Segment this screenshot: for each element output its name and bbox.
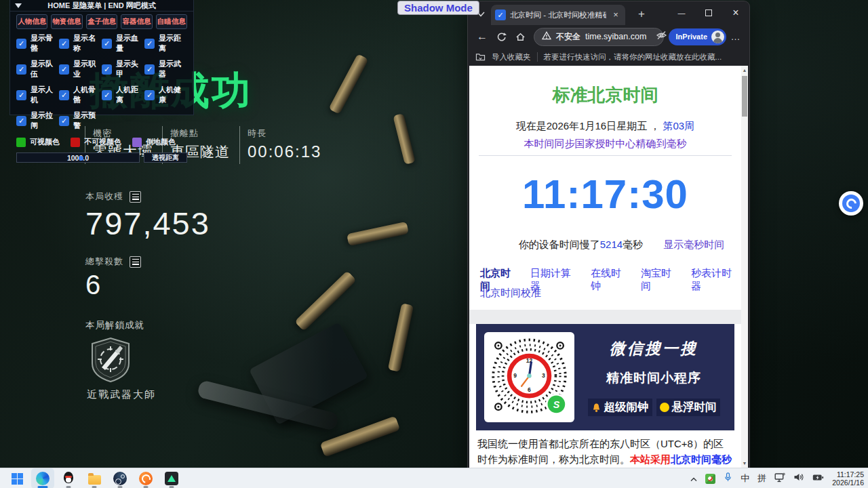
page-title: 标准北京时间	[469, 83, 741, 104]
taskbar-steam-button[interactable]	[108, 468, 132, 488]
banner-subline: 精准时间小程序	[606, 369, 701, 387]
bell-icon	[591, 403, 601, 413]
float-badge-label: 悬浮时间	[672, 400, 717, 415]
menu-checkbox[interactable]: 显示职业	[59, 59, 102, 79]
menu-checkbox[interactable]: 显示拉闸	[16, 110, 59, 131]
checkbox-checked-icon	[16, 90, 26, 100]
reload-button[interactable]	[492, 28, 510, 45]
url-bar[interactable]: 不安全 time.syiban.com	[534, 28, 664, 46]
web-page-content: 标准北京时间 现在是2026年1月16日星期五 ， 第03周 本时间同步国家授时…	[469, 66, 741, 468]
nav-online-clock[interactable]: 在线时钟	[591, 267, 631, 281]
menu-checkbox[interactable]: 显示人机	[16, 85, 59, 105]
maximize-button[interactable]	[695, 1, 722, 24]
url-host[interactable]: time.syiban.com	[585, 32, 646, 41]
wechat-miniprogram-banner[interactable]: 12 3 6 9 S 微信搜一搜 精准时间小程序	[476, 324, 734, 430]
tab-character-info[interactable]: 人物信息	[16, 14, 47, 29]
profile-avatar	[711, 30, 724, 43]
menu-checkbox[interactable]: 显示头甲	[102, 59, 144, 79]
taskbar-qq-button[interactable]	[57, 468, 80, 488]
speaker-icon[interactable]	[793, 472, 804, 485]
tray-expand-chevron-icon[interactable]	[690, 472, 697, 485]
scroll-down-arrow-icon[interactable]	[741, 461, 748, 466]
menu-checkbox[interactable]: 显示血量	[102, 33, 144, 54]
ime-language-indicator[interactable]: 中	[741, 472, 749, 485]
menu-checkbox[interactable]: 人机骨骼	[59, 85, 102, 105]
swatch-label: 倒地颜色	[146, 137, 176, 147]
microphone-icon[interactable]	[724, 472, 732, 485]
beijing-time-clock: 11:17:30	[469, 171, 741, 220]
not-secure-warning-icon[interactable]	[542, 30, 551, 43]
tab-box-info[interactable]: 盒子信息	[86, 14, 117, 29]
floating-assistant-button[interactable]	[839, 191, 863, 216]
site-favicon-check-icon	[495, 9, 506, 20]
checkbox-label: 显示头甲	[116, 59, 144, 79]
visible-color-setting[interactable]: 可视颜色	[16, 137, 60, 147]
new-tab-button[interactable]	[633, 7, 650, 22]
invisible-color-setting[interactable]: 不可视颜色	[71, 137, 121, 147]
menu-checkbox[interactable]: 显示骨骼	[16, 33, 59, 54]
assistant-icon	[842, 195, 860, 212]
tab-loot-info[interactable]: 物资信息	[51, 14, 82, 29]
sync-notice-link[interactable]: 本时间同步国家授时中心精确到毫秒	[469, 138, 741, 151]
menu-checkbox[interactable]: 显示名称	[59, 33, 102, 54]
checkbox-checked-icon	[16, 64, 26, 75]
menu-checkbox[interactable]: 人机距离	[102, 85, 144, 105]
battery-icon[interactable]	[812, 472, 824, 485]
tab-aimbot-info[interactable]: 自瞄信息	[156, 14, 187, 29]
taskbar-launcher-button[interactable]	[134, 468, 157, 488]
checkbox-label: 显示武器	[159, 59, 187, 79]
tab-close-icon[interactable]	[610, 9, 621, 20]
nav-taobao-time[interactable]: 淘宝时间	[641, 267, 681, 281]
minimize-button[interactable]	[668, 1, 695, 24]
downed-color-swatch[interactable]	[132, 138, 142, 147]
nav-time-calibration[interactable]: 北京时间校准	[480, 287, 541, 298]
list-detail-icon[interactable]	[130, 256, 141, 268]
cheat-menu-title: HOME 显隐菜单 | END 网吧模式	[47, 1, 156, 11]
invisible-color-swatch[interactable]	[71, 138, 80, 147]
checkbox-checked-icon	[144, 64, 155, 75]
display-cast-icon[interactable]	[774, 472, 785, 485]
list-detail-icon[interactable]	[130, 191, 141, 203]
menu-checkbox[interactable]: 显示队伍	[16, 59, 59, 79]
menu-checkbox[interactable]: 人机健康	[144, 85, 187, 105]
checkbox-checked-icon	[59, 116, 69, 126]
close-button[interactable]	[722, 1, 749, 24]
taskbar-deltaforce-button[interactable]	[160, 468, 183, 488]
menu-checkbox[interactable]: 显示武器	[144, 59, 187, 79]
home-button[interactable]	[511, 28, 529, 45]
taskbar-explorer-button[interactable]	[83, 468, 106, 488]
checkbox-label: 人机健康	[159, 85, 187, 105]
settings-menu-button[interactable]	[728, 31, 744, 42]
back-button[interactable]	[473, 28, 491, 45]
nav-beijing-time[interactable]: 北京时间	[480, 267, 520, 281]
visible-color-swatch[interactable]	[16, 138, 26, 147]
ime-pinyin-indicator[interactable]: 拼	[757, 472, 766, 485]
nav-stopwatch[interactable]: 秒表计时器	[691, 267, 741, 281]
nav-date-calculator[interactable]: 日期计算器	[530, 267, 580, 281]
menu-checkbox[interactable]: 显示预警	[59, 110, 102, 131]
week-number-link[interactable]: 第03周	[663, 120, 695, 131]
scrollbar-thumb[interactable]	[742, 76, 747, 117]
menu-checkbox[interactable]: 显示距离	[144, 33, 187, 54]
checkbox-label: 显示拉闸	[31, 110, 59, 131]
tray-app-icon[interactable]	[705, 474, 715, 484]
checkbox-label: 显示距离	[159, 33, 187, 54]
scroll-up-arrow-icon[interactable]	[741, 68, 748, 73]
slider-handle[interactable]	[79, 156, 83, 161]
collapse-caret-icon[interactable]	[15, 3, 22, 8]
taskbar-clock[interactable]: 11:17:25 2026/1/16	[832, 470, 864, 487]
tab-container-info[interactable]: 容器信息	[121, 14, 152, 29]
tracking-prevention-eye-off-icon[interactable]	[656, 30, 667, 43]
achievement-block: 本局解鎖成就 近戰武器大師	[85, 319, 156, 401]
start-button[interactable]	[5, 468, 28, 488]
taskbar-apps	[5, 468, 183, 488]
import-favorites-label[interactable]: 导入收藏夹	[492, 52, 531, 62]
page-scrollbar[interactable]	[741, 66, 748, 468]
downed-color-setting[interactable]: 倒地颜色	[132, 137, 176, 147]
esp-distance-slider[interactable]: 1000.0	[16, 152, 140, 163]
inprivate-badge[interactable]: InPrivate	[669, 28, 726, 45]
not-secure-label[interactable]: 不安全	[556, 31, 580, 43]
taskbar-edge-button[interactable]	[31, 468, 54, 488]
show-milliseconds-link[interactable]: 显示毫秒时间	[663, 239, 724, 250]
browser-tab[interactable]: 北京时间 - 北京时间校准精确到毫	[491, 5, 625, 25]
